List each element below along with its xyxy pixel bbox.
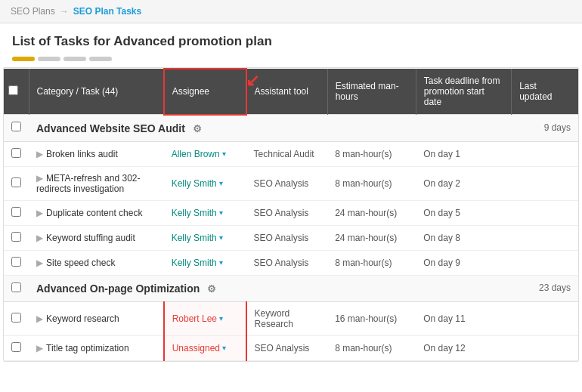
- gear-icon[interactable]: ⚙: [193, 123, 202, 134]
- expand-arrow-icon[interactable]: ▶: [36, 173, 43, 184]
- dropdown-arrow-icon: ▾: [219, 314, 223, 323]
- table-row: ▶Keyword research Robert Lee ▾ Keyword R…: [4, 301, 578, 335]
- tool-cell: SEO Analysis: [246, 200, 328, 225]
- hours-cell: 24 man-hour(s): [327, 225, 416, 250]
- expand-arrow-icon[interactable]: ▶: [36, 343, 43, 353]
- man-hours: 24 man-hour(s): [335, 233, 397, 243]
- th-deadline: Task deadline from promotion start date: [416, 69, 511, 115]
- updated-cell: [512, 250, 578, 275]
- expand-arrow-icon[interactable]: ▶: [36, 149, 43, 159]
- dropdown-arrow-icon: ▾: [222, 150, 226, 158]
- task-deadline: On day 5: [423, 208, 460, 218]
- assignee-button[interactable]: Kelly Smith ▾: [172, 208, 223, 218]
- group-checkbox-cell: [4, 275, 29, 301]
- breadcrumb: SEO Plans → SEO Plan Tasks: [0, 0, 582, 23]
- task-name: ▶Keyword research: [36, 313, 119, 324]
- assistant-tool: SEO Analysis: [255, 343, 310, 353]
- hours-cell: 8 man-hour(s): [327, 141, 416, 166]
- assignee-cell: Kelly Smith ▾: [164, 225, 246, 250]
- updated-cell: [512, 166, 578, 200]
- task-name-cell: ▶Keyword stuffing audit: [29, 225, 164, 250]
- assignee-button[interactable]: Allen Brown ▾: [172, 149, 226, 159]
- row-checkbox[interactable]: [11, 313, 21, 323]
- assignee-button[interactable]: Kelly Smith ▾: [172, 178, 223, 189]
- deadline-cell: On day 2: [416, 166, 511, 200]
- assistant-tool: SEO Analysis: [254, 258, 309, 268]
- assistant-tool: SEO Analysis: [254, 233, 309, 243]
- dropdown-arrow-icon: ▾: [219, 179, 223, 187]
- row-checkbox-cell: [4, 335, 29, 360]
- th-checkbox: [4, 69, 29, 115]
- assignee-name: Unassigned: [172, 343, 220, 353]
- breadcrumb-parent[interactable]: SEO Plans: [11, 6, 55, 17]
- row-checkbox-cell: [4, 200, 29, 225]
- tool-cell: Technical Audit: [246, 141, 328, 166]
- row-checkbox[interactable]: [11, 257, 21, 267]
- assistant-tool: SEO Analysis: [254, 178, 309, 189]
- assignee-cell: Unassigned ▾: [164, 335, 246, 360]
- group-row: Advanced On-page Optimization ⚙ 23 days: [4, 275, 578, 301]
- updated-cell: [512, 200, 578, 225]
- dropdown-arrow-icon: ▾: [219, 258, 223, 267]
- row-checkbox[interactable]: [11, 177, 21, 187]
- row-checkbox-cell: [4, 166, 29, 200]
- task-name-cell: ▶Broken links audit: [29, 141, 164, 166]
- page-title: List of Tasks for Advanced promotion pla…: [0, 23, 582, 57]
- deadline-cell: On day 1: [416, 141, 511, 166]
- expand-arrow-icon[interactable]: ▶: [36, 208, 43, 218]
- assignee-cell: Allen Brown ▾: [164, 141, 246, 166]
- hours-cell: 24 man-hour(s): [327, 200, 416, 225]
- assignee-name: Allen Brown: [172, 149, 220, 159]
- task-deadline: On day 11: [423, 313, 465, 324]
- task-name: ▶Keyword stuffing audit: [36, 233, 135, 243]
- expand-arrow-icon[interactable]: ▶: [36, 313, 43, 324]
- assignee-cell: Kelly Smith ▾: [164, 250, 246, 275]
- expand-arrow-icon[interactable]: ▶: [36, 258, 43, 268]
- row-checkbox[interactable]: [11, 342, 21, 352]
- assignee-cell: Kelly Smith ▾: [164, 200, 246, 225]
- expand-arrow-icon[interactable]: ▶: [36, 233, 43, 243]
- assistant-tool: SEO Analysis: [254, 208, 309, 218]
- group-days: 23 days: [539, 282, 571, 293]
- task-deadline: On day 1: [423, 149, 460, 159]
- group-checkbox[interactable]: [11, 122, 21, 131]
- task-name: ▶Site speed check: [36, 258, 115, 268]
- table-row: ▶Title tag optimization Unassigned ▾ SEO…: [4, 335, 578, 360]
- tool-cell: SEO Analysis: [246, 250, 328, 275]
- deadline-cell: On day 9: [416, 250, 511, 275]
- table-header-row: Category / Task (44) Assignee Assistant …: [4, 69, 578, 115]
- updated-cell: [512, 225, 578, 250]
- breadcrumb-current: SEO Plan Tasks: [73, 6, 142, 17]
- th-category: Category / Task (44): [29, 69, 164, 115]
- group-days: 9 days: [544, 122, 571, 133]
- task-deadline: On day 8: [423, 233, 460, 243]
- updated-cell: [512, 141, 578, 166]
- task-name: ▶Title tag optimization: [36, 343, 129, 353]
- assignee-button[interactable]: Kelly Smith ▾: [172, 233, 223, 243]
- th-updated: Last updated: [512, 69, 578, 115]
- table-row: ▶Keyword stuffing audit Kelly Smith ▾ SE…: [4, 225, 578, 250]
- group-name-cell: Advanced On-page Optimization ⚙ 23 days: [29, 275, 578, 301]
- assignee-button[interactable]: Kelly Smith ▾: [172, 258, 223, 268]
- man-hours: 24 man-hour(s): [335, 208, 397, 218]
- task-name-cell: ▶Duplicate content check: [29, 200, 164, 225]
- assistant-tool: Keyword Research: [255, 308, 293, 329]
- tool-cell: Keyword Research: [246, 301, 328, 335]
- man-hours: 8 man-hour(s): [335, 149, 392, 159]
- tasks-table: Category / Task (44) Assignee Assistant …: [4, 68, 578, 361]
- select-all-checkbox[interactable]: [8, 85, 18, 95]
- hours-cell: 8 man-hour(s): [327, 166, 416, 200]
- progress-seg-3: [63, 57, 86, 61]
- group-name: Advanced On-page Optimization: [36, 282, 200, 295]
- row-checkbox[interactable]: [11, 232, 21, 242]
- assistant-tool: Technical Audit: [254, 149, 314, 159]
- deadline-cell: On day 5: [416, 200, 511, 225]
- row-checkbox[interactable]: [11, 207, 21, 217]
- group-name: Advanced Website SEO Audit: [36, 122, 185, 134]
- assignee-button[interactable]: Robert Lee ▾: [172, 313, 223, 324]
- group-checkbox[interactable]: [11, 282, 21, 292]
- row-checkbox-cell: [4, 225, 29, 250]
- assignee-button[interactable]: Unassigned ▾: [172, 343, 226, 353]
- row-checkbox[interactable]: [11, 148, 21, 158]
- gear-icon[interactable]: ⚙: [207, 283, 216, 295]
